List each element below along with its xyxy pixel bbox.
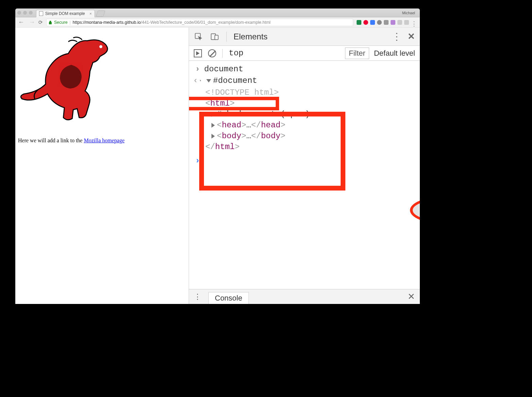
forward-button[interactable]: →: [29, 19, 35, 26]
minimize-window-icon[interactable]: [23, 11, 27, 15]
tab-strip: Simple DOM example × Michael: [15, 8, 420, 17]
close-devtools-icon[interactable]: ✕: [408, 31, 415, 42]
elements-tab[interactable]: Elements: [234, 32, 268, 41]
profile-label[interactable]: Michael: [402, 11, 418, 15]
extension-icon[interactable]: [363, 20, 368, 25]
browser-window: Simple DOM example × Michael ← → ⟳ Secur…: [15, 8, 420, 304]
log-level-selector[interactable]: Default level: [374, 49, 415, 58]
new-tab-button[interactable]: [96, 11, 105, 17]
extension-icon[interactable]: [370, 20, 375, 25]
tab-title: Simple DOM example: [45, 11, 85, 16]
dom-tree: <!DOCTYPE html> <html> #shadow-root (ope…: [205, 87, 420, 152]
devtools-panel: Elements ⋮ ✕ top Filter Default level: [189, 28, 420, 304]
zoom-window-icon[interactable]: [29, 11, 33, 15]
clear-console-icon[interactable]: [208, 49, 216, 57]
console-command: document: [204, 64, 243, 74]
chevron-right-icon: ›: [195, 156, 200, 166]
extension-icon[interactable]: [391, 20, 395, 25]
secure-badge: Secure: [54, 20, 68, 25]
extension-icon[interactable]: [377, 20, 382, 25]
close-tab-icon[interactable]: ×: [89, 12, 91, 16]
svg-rect-3: [215, 35, 218, 39]
page-paragraph: Here we will add a link to the Mozilla h…: [18, 138, 186, 144]
mozilla-link[interactable]: Mozilla homepage: [84, 138, 125, 143]
chevron-right-icon: ›: [195, 64, 200, 74]
url-path: /441-WebTech/lecture_code/06/01_dom_exam…: [141, 20, 271, 25]
console-result-row: ‹· #document: [189, 75, 420, 87]
dom-root[interactable]: #document: [213, 76, 257, 86]
body-line[interactable]: <body>…</body>: [205, 131, 420, 142]
svg-point-0: [99, 45, 102, 48]
browser-tab[interactable]: Simple DOM example ×: [36, 10, 95, 17]
head-line[interactable]: <head>…</head>: [205, 120, 420, 131]
kebab-menu-icon[interactable]: ⋮: [194, 292, 202, 301]
kebab-menu-icon[interactable]: ⋮: [392, 31, 401, 42]
content-area: Here we will add a link to the Mozilla h…: [15, 28, 420, 304]
file-icon: [39, 11, 43, 16]
filter-input[interactable]: Filter: [345, 48, 369, 59]
console-input-row: › document: [189, 64, 420, 75]
close-window-icon[interactable]: [17, 11, 21, 15]
device-toggle-icon[interactable]: [210, 32, 220, 41]
window-controls[interactable]: [17, 11, 33, 15]
console-drawer-tab[interactable]: Console: [208, 292, 249, 304]
expand-down-icon[interactable]: [206, 79, 211, 83]
shadow-root-line[interactable]: #shadow-root (open): [205, 109, 420, 120]
address-bar[interactable]: Secure | https://montana-media-arts.gith…: [46, 19, 353, 26]
close-drawer-icon[interactable]: ✕: [408, 291, 415, 302]
page-viewport: Here we will add a link to the Mozilla h…: [15, 28, 189, 304]
toolbar: ← → ⟳ Secure | https://montana-media-art…: [15, 17, 420, 28]
url-host: https://montana-media-arts.github.io: [73, 20, 141, 25]
html-open-tag[interactable]: <html>: [205, 98, 420, 109]
expand-right-icon[interactable]: [211, 134, 215, 139]
extension-icon[interactable]: [404, 20, 409, 25]
expand-right-icon[interactable]: [211, 112, 215, 117]
expand-right-icon[interactable]: [211, 123, 215, 128]
extension-icon[interactable]: [384, 20, 389, 25]
menu-icon[interactable]: ⋮: [411, 20, 417, 25]
devtools-drawer: ⋮ Console ✕: [189, 289, 420, 304]
console-output[interactable]: › document ‹· #document <!DOCTYPE html> …: [189, 61, 420, 289]
annotation-callout: Returned DOM: [410, 197, 420, 224]
result-indicator-icon: ‹·: [193, 76, 203, 86]
extension-icon[interactable]: [357, 20, 361, 25]
doctype-line: <!DOCTYPE html>: [205, 87, 420, 98]
lock-icon: [49, 20, 52, 24]
console-toolbar: top Filter Default level: [189, 46, 420, 61]
html-close-tag: </html>: [205, 142, 420, 152]
extension-icon[interactable]: [397, 20, 402, 25]
console-prompt[interactable]: ›: [189, 155, 420, 167]
devtools-tabbar: Elements ⋮ ✕: [189, 28, 420, 46]
back-button[interactable]: ←: [18, 19, 24, 26]
inspect-icon[interactable]: [194, 32, 203, 41]
execution-icon[interactable]: [194, 49, 202, 57]
dinosaur-image: [18, 31, 117, 129]
extension-icons: ⋮: [357, 20, 417, 25]
context-selector[interactable]: top: [229, 49, 243, 58]
reload-button[interactable]: ⟳: [38, 19, 43, 25]
